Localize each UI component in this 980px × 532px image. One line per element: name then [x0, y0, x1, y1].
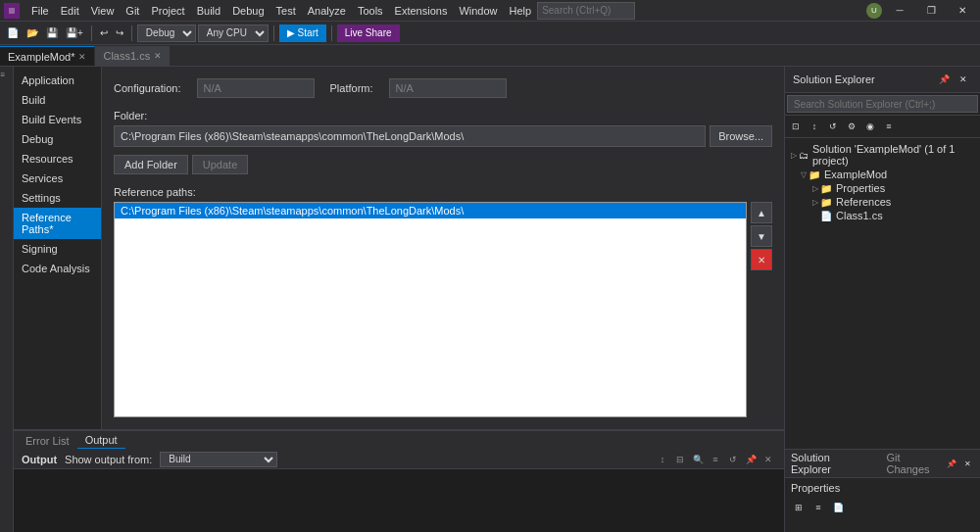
move-down-button[interactable]: ▼	[751, 225, 772, 247]
se-properties-item[interactable]: ▷ 📁 Properties	[789, 181, 976, 195]
nav-application[interactable]: Application	[14, 71, 101, 90]
user-avatar[interactable]: U	[866, 3, 882, 19]
menu-project[interactable]: Project	[145, 3, 190, 19]
output-btn-2[interactable]: ⊟	[672, 452, 688, 467]
error-list-tab[interactable]: Error List	[18, 433, 77, 449]
add-folder-button[interactable]: Add Folder	[114, 155, 188, 174]
git-changes-tab[interactable]: Git Changes	[887, 452, 946, 475]
menu-edit[interactable]: Edit	[55, 3, 85, 19]
bottom-tabs: Error List Output	[14, 430, 784, 450]
tab-examplemod-close[interactable]: ✕	[78, 52, 86, 62]
restore-button[interactable]: ❐	[917, 0, 945, 22]
se-toolbar: ⊡ ↕ ↺ ⚙ ◉ ≡	[785, 116, 980, 138]
delete-path-button[interactable]: ✕	[751, 249, 772, 270]
props-cat-btn[interactable]: ≡	[810, 500, 826, 515]
tab-class1cs-close[interactable]: ✕	[154, 51, 162, 61]
se-examplemod-item[interactable]: ▽ 📁 ExampleMod	[789, 168, 976, 181]
tab-class1cs[interactable]: Class1.cs ✕	[95, 46, 171, 66]
platform-value-input[interactable]	[389, 78, 507, 98]
nav-icon-1[interactable]: ≡	[1, 71, 13, 82]
output-title: Output	[22, 454, 57, 465]
se-search-input[interactable]	[787, 95, 978, 113]
se-props-pin-btn[interactable]: 📌	[945, 457, 958, 470]
nav-code-analysis[interactable]: Code Analysis	[14, 259, 101, 278]
se-toolbar-btn-3[interactable]: ↺	[824, 118, 842, 135]
platform-label: Platform:	[330, 82, 373, 94]
platform-select[interactable]: Any CPU	[198, 24, 269, 42]
menu-test[interactable]: Test	[270, 3, 302, 19]
solution-explorer: Solution Explorer 📌 ✕ ⊡ ↕ ↺ ⚙ ◉ ≡ ▷ 🗂 So…	[784, 67, 980, 532]
se-class1cs-icon: 📄	[820, 211, 832, 221]
se-properties-arrow: ▷	[812, 184, 818, 193]
se-solution-item[interactable]: ▷ 🗂 Solution 'ExampleMod' (1 of 1 projec…	[789, 142, 976, 168]
props-page-btn[interactable]: 📄	[830, 500, 846, 515]
output-source-select[interactable]: Build Debug General	[160, 452, 277, 467]
nav-reference-paths[interactable]: Reference Paths*	[14, 208, 101, 239]
live-share-button[interactable]: Live Share	[337, 24, 400, 42]
config-label: Configuration:	[114, 82, 181, 94]
props-sort-btn[interactable]: ⊞	[791, 500, 807, 515]
se-toolbar-btn-6[interactable]: ≡	[880, 118, 898, 135]
minimize-button[interactable]: ─	[886, 0, 913, 22]
output-btn-1[interactable]: ↕	[655, 452, 670, 467]
nav-build[interactable]: Build	[14, 90, 101, 110]
open-btn[interactable]: 📂	[24, 26, 41, 39]
se-toolbar-btn-2[interactable]: ↕	[806, 118, 823, 135]
menu-window[interactable]: Window	[453, 3, 503, 19]
debug-config-select[interactable]: Debug	[137, 24, 196, 42]
se-toolbar-btn-4[interactable]: ⚙	[843, 118, 860, 135]
reference-paths-container: C:\Program Files (x86)\Steam\steamapps\c…	[114, 202, 772, 417]
folder-input[interactable]	[114, 125, 706, 147]
se-references-item[interactable]: ▷ 📁 References	[789, 195, 976, 209]
update-button[interactable]: Update	[192, 155, 248, 174]
se-panel-tabs: Solution Explorer Git Changes	[791, 452, 945, 475]
se-bottom-properties: Solution Explorer Git Changes 📌 ✕ Proper…	[785, 449, 980, 532]
se-close-btn[interactable]: ✕	[955, 71, 972, 88]
output-pin-btn[interactable]: 📌	[743, 452, 759, 467]
save-btn[interactable]: 💾	[43, 26, 61, 39]
menu-analyze[interactable]: Analyze	[302, 3, 352, 19]
close-button[interactable]: ✕	[949, 0, 976, 22]
menu-extensions[interactable]: Extensions	[389, 3, 454, 19]
save-all-btn[interactable]: 💾+	[63, 26, 86, 39]
se-solution-explorer-tab[interactable]: Solution Explorer	[791, 452, 871, 475]
nav-build-events[interactable]: Build Events	[14, 110, 101, 129]
se-toolbar-btn-1[interactable]: ⊡	[787, 118, 805, 135]
output-btn-refresh[interactable]: ↺	[725, 452, 741, 467]
nav-services[interactable]: Services	[14, 169, 101, 188]
menu-build[interactable]: Build	[191, 3, 226, 19]
output-btn-3[interactable]: 🔍	[690, 452, 706, 467]
global-search[interactable]	[537, 2, 635, 20]
menu-debug[interactable]: Debug	[226, 3, 270, 19]
menu-view[interactable]: View	[85, 3, 121, 19]
properties-area: Application Build Build Events Debug Res…	[14, 67, 784, 429]
se-props-header: Solution Explorer Git Changes 📌 ✕	[785, 450, 980, 478]
nav-settings[interactable]: Settings	[14, 188, 101, 208]
ref-path-item-0[interactable]: C:\Program Files (x86)\Steam\steamapps\c…	[115, 203, 746, 218]
browse-button[interactable]: Browse...	[710, 125, 772, 147]
output-tab[interactable]: Output	[77, 432, 125, 449]
config-value-input[interactable]	[197, 78, 315, 98]
menu-file[interactable]: File	[25, 3, 55, 19]
undo-btn[interactable]: ↩	[97, 26, 111, 39]
redo-btn[interactable]: ↪	[113, 26, 126, 39]
start-button[interactable]: ▶ Start	[279, 24, 326, 42]
output-close-btn[interactable]: ✕	[760, 452, 776, 467]
tab-examplemod[interactable]: ExampleMod* ✕	[0, 46, 95, 66]
new-project-btn[interactable]: 📄	[4, 26, 22, 39]
se-properties-icon: 📁	[820, 183, 832, 194]
se-class1cs-item[interactable]: ▷ 📄 Class1.cs	[789, 209, 976, 222]
menu-tools[interactable]: Tools	[352, 3, 389, 19]
output-btn-4[interactable]: ≡	[708, 452, 723, 467]
menu-git[interactable]: Git	[120, 3, 145, 19]
se-pin-btn[interactable]: 📌	[935, 71, 953, 88]
toolbar-sep-2	[131, 25, 132, 41]
nav-resources[interactable]: Resources	[14, 149, 101, 169]
move-up-button[interactable]: ▲	[751, 202, 772, 223]
se-props-close-btn[interactable]: ✕	[960, 457, 974, 470]
se-toolbar-btn-5[interactable]: ◉	[861, 118, 879, 135]
menu-help[interactable]: Help	[504, 3, 538, 19]
nav-debug[interactable]: Debug	[14, 129, 101, 149]
nav-signing[interactable]: Signing	[14, 239, 101, 259]
reference-paths-list[interactable]: C:\Program Files (x86)\Steam\steamapps\c…	[114, 202, 747, 417]
